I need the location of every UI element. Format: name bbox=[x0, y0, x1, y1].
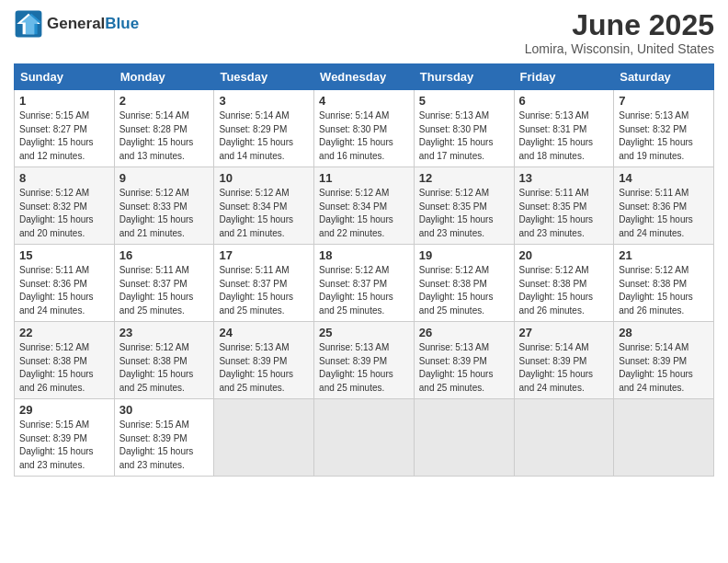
day-number: 22 bbox=[19, 326, 109, 339]
day-number: 7 bbox=[619, 94, 709, 108]
day-number: 6 bbox=[519, 94, 609, 108]
day-number: 8 bbox=[19, 171, 109, 185]
day-info: Sunrise: 5:12 AM Sunset: 8:33 PM Dayligh… bbox=[119, 187, 210, 240]
day-info: Sunrise: 5:15 AM Sunset: 8:39 PM Dayligh… bbox=[119, 419, 210, 472]
day-info: Sunrise: 5:15 AM Sunset: 8:27 PM Dayligh… bbox=[19, 109, 109, 163]
day-info: Sunrise: 5:12 AM Sunset: 8:34 PM Dayligh… bbox=[319, 187, 409, 240]
day-info: Sunrise: 5:14 AM Sunset: 8:39 PM Dayligh… bbox=[519, 341, 609, 395]
location-title: Lomira, Wisconsin, United States bbox=[525, 41, 714, 56]
day-info: Sunrise: 5:13 AM Sunset: 8:32 PM Dayligh… bbox=[619, 109, 709, 163]
day-info: Sunrise: 5:12 AM Sunset: 8:38 PM Dayligh… bbox=[419, 264, 509, 317]
day-info: Sunrise: 5:12 AM Sunset: 8:38 PM Dayligh… bbox=[619, 264, 709, 317]
calendar-cell: 9Sunrise: 5:12 AM Sunset: 8:33 PM Daylig… bbox=[114, 167, 214, 245]
calendar-cell: 11Sunrise: 5:12 AM Sunset: 8:34 PM Dayli… bbox=[314, 167, 415, 245]
day-number: 25 bbox=[319, 326, 409, 339]
day-number: 9 bbox=[119, 171, 210, 185]
calendar-cell: 7Sunrise: 5:13 AM Sunset: 8:32 PM Daylig… bbox=[614, 90, 714, 167]
day-info: Sunrise: 5:14 AM Sunset: 8:29 PM Dayligh… bbox=[219, 109, 309, 163]
calendar-cell: 15Sunrise: 5:11 AM Sunset: 8:36 PM Dayli… bbox=[15, 245, 115, 322]
calendar-cell: 29Sunrise: 5:15 AM Sunset: 8:39 PM Dayli… bbox=[15, 399, 115, 477]
day-info: Sunrise: 5:13 AM Sunset: 8:30 PM Dayligh… bbox=[419, 109, 509, 163]
month-title: June 2025 bbox=[525, 9, 714, 41]
calendar-cell: 19Sunrise: 5:12 AM Sunset: 8:38 PM Dayli… bbox=[414, 245, 514, 322]
weekday-header: Monday bbox=[114, 64, 214, 90]
day-number: 19 bbox=[419, 248, 509, 262]
day-info: Sunrise: 5:12 AM Sunset: 8:32 PM Dayligh… bbox=[19, 187, 109, 240]
calendar-cell: 13Sunrise: 5:11 AM Sunset: 8:35 PM Dayli… bbox=[514, 167, 614, 245]
calendar-cell bbox=[614, 399, 714, 477]
day-number: 23 bbox=[119, 326, 210, 339]
day-number: 20 bbox=[519, 248, 609, 262]
calendar-cell: 4Sunrise: 5:14 AM Sunset: 8:30 PM Daylig… bbox=[314, 90, 415, 167]
day-number: 13 bbox=[519, 171, 609, 185]
calendar-cell: 24Sunrise: 5:13 AM Sunset: 8:39 PM Dayli… bbox=[214, 322, 314, 399]
day-info: Sunrise: 5:14 AM Sunset: 8:28 PM Dayligh… bbox=[119, 109, 210, 163]
day-number: 24 bbox=[219, 326, 309, 339]
calendar-cell: 2Sunrise: 5:14 AM Sunset: 8:28 PM Daylig… bbox=[114, 90, 214, 167]
day-number: 3 bbox=[219, 94, 309, 108]
calendar-cell: 17Sunrise: 5:11 AM Sunset: 8:37 PM Dayli… bbox=[214, 245, 314, 322]
day-number: 2 bbox=[119, 94, 210, 108]
calendar-cell: 28Sunrise: 5:14 AM Sunset: 8:39 PM Dayli… bbox=[614, 322, 714, 399]
calendar-cell bbox=[214, 399, 314, 477]
calendar-cell: 22Sunrise: 5:12 AM Sunset: 8:38 PM Dayli… bbox=[15, 322, 115, 399]
day-number: 5 bbox=[419, 94, 509, 108]
calendar-cell: 21Sunrise: 5:12 AM Sunset: 8:38 PM Dayli… bbox=[614, 245, 714, 322]
day-number: 16 bbox=[119, 248, 210, 262]
day-number: 18 bbox=[319, 248, 409, 262]
calendar-cell: 27Sunrise: 5:14 AM Sunset: 8:39 PM Dayli… bbox=[514, 322, 614, 399]
calendar-cell: 14Sunrise: 5:11 AM Sunset: 8:36 PM Dayli… bbox=[614, 167, 714, 245]
day-info: Sunrise: 5:12 AM Sunset: 8:35 PM Dayligh… bbox=[419, 187, 509, 240]
calendar-week-row: 22Sunrise: 5:12 AM Sunset: 8:38 PM Dayli… bbox=[15, 322, 714, 399]
calendar-table: SundayMondayTuesdayWednesdayThursdayFrid… bbox=[14, 63, 714, 477]
day-info: Sunrise: 5:12 AM Sunset: 8:38 PM Dayligh… bbox=[119, 341, 210, 395]
logo: General Blue bbox=[14, 9, 139, 39]
calendar-cell bbox=[314, 399, 415, 477]
calendar-cell: 20Sunrise: 5:12 AM Sunset: 8:38 PM Dayli… bbox=[514, 245, 614, 322]
logo-icon bbox=[14, 9, 43, 39]
calendar-cell: 12Sunrise: 5:12 AM Sunset: 8:35 PM Dayli… bbox=[414, 167, 514, 245]
day-info: Sunrise: 5:12 AM Sunset: 8:37 PM Dayligh… bbox=[319, 264, 409, 317]
calendar-week-row: 29Sunrise: 5:15 AM Sunset: 8:39 PM Dayli… bbox=[15, 399, 714, 477]
day-number: 21 bbox=[619, 248, 709, 262]
day-info: Sunrise: 5:11 AM Sunset: 8:37 PM Dayligh… bbox=[119, 264, 210, 317]
day-info: Sunrise: 5:13 AM Sunset: 8:39 PM Dayligh… bbox=[419, 341, 509, 395]
day-number: 12 bbox=[419, 171, 509, 185]
weekday-header: Saturday bbox=[614, 64, 714, 90]
title-area: June 2025 Lomira, Wisconsin, United Stat… bbox=[525, 9, 714, 56]
day-info: Sunrise: 5:13 AM Sunset: 8:39 PM Dayligh… bbox=[319, 341, 409, 395]
day-info: Sunrise: 5:11 AM Sunset: 8:37 PM Dayligh… bbox=[219, 264, 309, 317]
day-number: 1 bbox=[19, 94, 109, 108]
day-number: 26 bbox=[419, 326, 509, 339]
day-info: Sunrise: 5:13 AM Sunset: 8:31 PM Dayligh… bbox=[519, 109, 609, 163]
day-number: 11 bbox=[319, 171, 409, 185]
weekday-header: Thursday bbox=[414, 64, 514, 90]
calendar-week-row: 15Sunrise: 5:11 AM Sunset: 8:36 PM Dayli… bbox=[15, 245, 714, 322]
day-number: 30 bbox=[119, 403, 210, 417]
calendar-cell: 3Sunrise: 5:14 AM Sunset: 8:29 PM Daylig… bbox=[214, 90, 314, 167]
day-number: 15 bbox=[19, 248, 109, 262]
calendar-cell: 10Sunrise: 5:12 AM Sunset: 8:34 PM Dayli… bbox=[214, 167, 314, 245]
day-info: Sunrise: 5:15 AM Sunset: 8:39 PM Dayligh… bbox=[19, 419, 109, 472]
day-number: 28 bbox=[619, 326, 709, 339]
day-info: Sunrise: 5:12 AM Sunset: 8:38 PM Dayligh… bbox=[19, 341, 109, 395]
logo-blue-text: Blue bbox=[105, 15, 139, 33]
calendar-cell: 5Sunrise: 5:13 AM Sunset: 8:30 PM Daylig… bbox=[414, 90, 514, 167]
day-info: Sunrise: 5:14 AM Sunset: 8:39 PM Dayligh… bbox=[619, 341, 709, 395]
day-number: 14 bbox=[619, 171, 709, 185]
calendar-cell: 18Sunrise: 5:12 AM Sunset: 8:37 PM Dayli… bbox=[314, 245, 415, 322]
calendar-week-row: 1Sunrise: 5:15 AM Sunset: 8:27 PM Daylig… bbox=[15, 90, 714, 167]
calendar-cell bbox=[514, 399, 614, 477]
calendar-week-row: 8Sunrise: 5:12 AM Sunset: 8:32 PM Daylig… bbox=[15, 167, 714, 245]
weekday-header: Tuesday bbox=[214, 64, 314, 90]
weekday-header: Sunday bbox=[15, 64, 115, 90]
day-number: 27 bbox=[519, 326, 609, 339]
calendar-cell: 16Sunrise: 5:11 AM Sunset: 8:37 PM Dayli… bbox=[114, 245, 214, 322]
calendar-cell: 1Sunrise: 5:15 AM Sunset: 8:27 PM Daylig… bbox=[15, 90, 115, 167]
day-number: 10 bbox=[219, 171, 309, 185]
day-info: Sunrise: 5:12 AM Sunset: 8:34 PM Dayligh… bbox=[219, 187, 309, 240]
weekday-header: Wednesday bbox=[314, 64, 415, 90]
calendar-cell: 6Sunrise: 5:13 AM Sunset: 8:31 PM Daylig… bbox=[514, 90, 614, 167]
calendar-cell: 25Sunrise: 5:13 AM Sunset: 8:39 PM Dayli… bbox=[314, 322, 415, 399]
day-info: Sunrise: 5:12 AM Sunset: 8:38 PM Dayligh… bbox=[519, 264, 609, 317]
